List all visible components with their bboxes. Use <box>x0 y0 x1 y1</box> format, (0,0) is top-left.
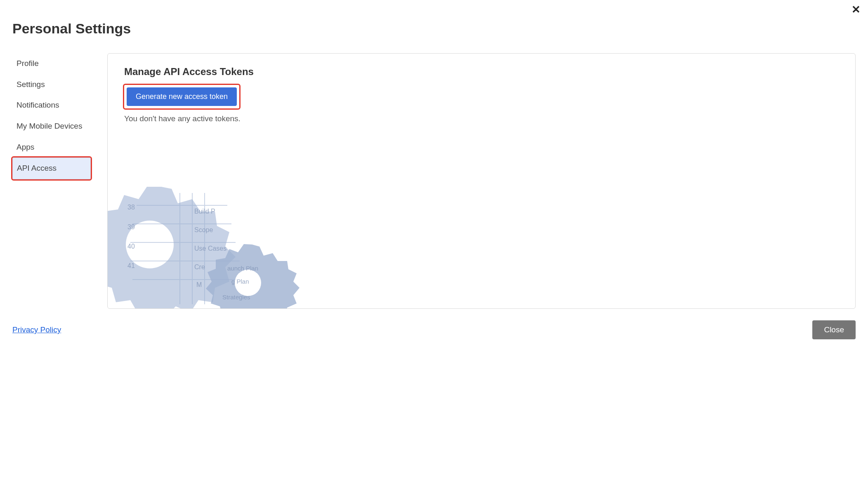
generate-token-highlight: Generate new access token <box>124 85 239 108</box>
svg-text:g Plan: g Plan <box>231 278 249 285</box>
sidebar-item-apps[interactable]: Apps <box>12 137 91 158</box>
svg-text:40: 40 <box>127 243 135 250</box>
close-button[interactable]: Close <box>812 320 856 339</box>
svg-text:Cre: Cre <box>194 263 205 270</box>
svg-text:Use Cases: Use Cases <box>194 245 226 252</box>
close-icon[interactable]: ✕ <box>851 4 861 15</box>
privacy-policy-link[interactable]: Privacy Policy <box>12 325 61 334</box>
svg-text:41: 41 <box>127 262 135 269</box>
page-title: Personal Settings <box>12 21 856 37</box>
personal-settings-modal: ✕ Personal Settings Profile Settings Not… <box>0 0 868 503</box>
no-tokens-message: You don't have any active tokens. <box>124 114 839 123</box>
svg-text:M: M <box>196 281 202 288</box>
modal-body: Profile Settings Notifications My Mobile… <box>12 53 856 309</box>
svg-text:39: 39 <box>127 223 135 230</box>
panel-title: Manage API Access Tokens <box>124 66 839 78</box>
svg-text:Strategies: Strategies <box>222 294 250 301</box>
sidebar-item-my-mobile-devices[interactable]: My Mobile Devices <box>12 116 91 137</box>
modal-footer: Privacy Policy Close <box>12 320 856 339</box>
svg-text:38: 38 <box>127 204 135 211</box>
gears-illustration: 38 39 40 41 Build P Scope Use Cases Cre … <box>108 181 347 308</box>
svg-text:Build P: Build P <box>194 208 215 215</box>
api-access-panel: Manage API Access Tokens Generate new ac… <box>107 53 856 309</box>
svg-text:aunch Plan: aunch Plan <box>227 265 258 272</box>
sidebar-item-profile[interactable]: Profile <box>12 53 91 74</box>
svg-text:Scope: Scope <box>194 226 213 233</box>
settings-sidebar: Profile Settings Notifications My Mobile… <box>12 53 95 179</box>
sidebar-item-notifications[interactable]: Notifications <box>12 95 91 116</box>
sidebar-item-api-access[interactable]: API Access <box>12 157 91 179</box>
sidebar-item-settings[interactable]: Settings <box>12 74 91 95</box>
generate-token-button[interactable]: Generate new access token <box>127 87 237 106</box>
